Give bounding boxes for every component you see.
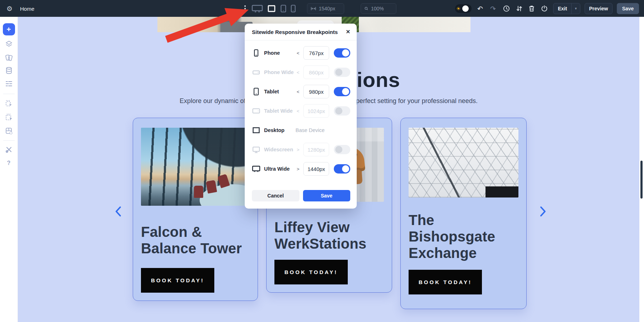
phone-wide-icon — [252, 68, 261, 77]
location-card[interactable]: The Bishopsgate Exchange BOOK TODAY! — [400, 118, 527, 309]
card-image-atrium — [409, 128, 518, 197]
database-icon[interactable] — [5, 67, 13, 74]
zoom-input[interactable] — [371, 6, 392, 11]
phone-wide-toggle[interactable] — [334, 68, 350, 77]
phone-icon — [291, 4, 296, 13]
widescreen-icon — [251, 4, 263, 13]
breakpoint-value-input[interactable] — [303, 143, 329, 156]
select-element-icon[interactable] — [5, 99, 13, 107]
dark-corner-shape — [486, 186, 518, 197]
sidebar-divider — [3, 140, 15, 141]
close-icon[interactable]: ✕ — [346, 29, 350, 35]
modal-footer: Cancel Save — [245, 190, 357, 209]
phone-view-button[interactable] — [291, 4, 296, 13]
book-today-button[interactable]: BOOK TODAY! — [274, 260, 348, 284]
preview-button[interactable]: Preview — [585, 3, 613, 14]
chevron-right-icon — [537, 204, 548, 219]
select-section-icon[interactable] — [5, 113, 13, 121]
breakpoint-row-phone: Phone < — [252, 43, 350, 63]
breakpoint-value-input[interactable] — [303, 162, 329, 176]
ultra-wide-icon — [252, 165, 261, 173]
save-label: Save — [622, 6, 634, 11]
exit-label: Exit — [553, 6, 571, 11]
power-icon[interactable] — [541, 5, 548, 12]
breakpoint-row-tablet: Tablet < — [252, 82, 350, 101]
settings-gear-icon[interactable]: ⚙ — [6, 4, 13, 13]
modal-title: Sitewide Responsive Breakpoints — [252, 29, 338, 35]
zoom-field[interactable] — [361, 3, 396, 14]
tablet-icon — [252, 87, 261, 96]
breakpoint-row-desktop: Desktop Base Device — [252, 121, 350, 140]
undo-icon[interactable]: ↶ — [477, 4, 483, 13]
help-question-icon[interactable]: ? — [7, 160, 11, 166]
card-title: The Bishopsgate Exchange — [409, 212, 518, 261]
sun-icon: ☀ — [456, 6, 461, 11]
preview-label: Preview — [589, 6, 608, 11]
breakpoint-value-input[interactable] — [303, 65, 329, 79]
exit-button[interactable]: Exit ▼ — [553, 3, 580, 14]
chair-shape — [194, 186, 203, 198]
sort-arrows-icon[interactable] — [516, 5, 522, 12]
history-clock-icon[interactable] — [503, 5, 510, 12]
desktop-icon — [252, 126, 261, 135]
exit-caret-icon[interactable]: ▼ — [571, 3, 580, 14]
canvas-width-field[interactable] — [307, 3, 344, 14]
breakpoint-value-input[interactable] — [303, 46, 329, 60]
breakpoint-row-ultra-wide: Ultra Wide > — [252, 159, 350, 179]
save-button[interactable]: Save — [617, 3, 639, 14]
kebab-menu-icon[interactable] — [243, 4, 247, 13]
desktop-icon — [267, 4, 276, 13]
tablet-view-button[interactable] — [280, 4, 287, 13]
card-title: Falcon & Balance Tower — [141, 224, 250, 257]
list-menu-icon[interactable] — [5, 80, 13, 88]
card-image-tower — [141, 128, 250, 206]
add-plus-button[interactable]: + — [3, 23, 15, 35]
tools-wrench-icon[interactable] — [5, 146, 13, 153]
carousel-next-button[interactable] — [537, 204, 548, 219]
breakpoints-modal: Sitewide Responsive Breakpoints ✕ Phone … — [245, 24, 357, 209]
width-arrows-icon — [311, 6, 316, 11]
book-today-button[interactable]: BOOK TODAY! — [141, 268, 214, 293]
ultra-wide-toggle[interactable] — [334, 164, 350, 174]
page-name: Home — [20, 5, 34, 11]
modal-save-button[interactable]: Save — [303, 190, 351, 201]
book-today-button[interactable]: BOOK TODAY! — [409, 270, 482, 294]
widescreen-icon — [252, 145, 261, 154]
toggle-knob — [462, 5, 469, 12]
modal-header: Sitewide Responsive Breakpoints ✕ — [245, 24, 357, 40]
layers-icon[interactable] — [5, 40, 13, 48]
tablet-wide-icon — [252, 107, 261, 115]
widescreen-toggle[interactable] — [334, 145, 350, 154]
editor-sidebar: + ? — [0, 17, 18, 322]
chair-shape — [206, 180, 217, 194]
breakpoint-value-input[interactable] — [303, 104, 329, 118]
breakpoint-value-input[interactable] — [303, 85, 329, 98]
editor-topbar: ⚙ Home — [0, 0, 644, 17]
chevron-left-icon — [113, 204, 124, 219]
tablet-icon — [280, 4, 287, 13]
breakpoint-row-tablet-wide: Tablet Wide < — [252, 101, 350, 121]
width-input[interactable] — [319, 6, 340, 11]
redo-icon[interactable]: ↷ — [490, 4, 496, 13]
tablet-wide-toggle[interactable] — [334, 106, 350, 116]
tablet-toggle[interactable] — [334, 87, 350, 96]
phone-toggle[interactable] — [334, 48, 350, 58]
design-palette-icon[interactable] — [5, 54, 13, 62]
phone-icon — [252, 49, 261, 57]
theme-toggle[interactable]: ☀ — [455, 4, 472, 13]
layout-settings-icon[interactable] — [5, 127, 13, 135]
location-card[interactable]: Falcon & Balance Tower BOOK TODAY! — [133, 118, 258, 301]
base-device-label: Base Device — [296, 127, 350, 133]
card-title: Liffey View WerkStations — [274, 219, 384, 252]
magnifier-icon — [365, 6, 368, 11]
widescreen-view-button[interactable] — [251, 4, 263, 13]
cancel-button[interactable]: Cancel — [252, 190, 299, 201]
carousel-prev-button[interactable] — [113, 204, 124, 219]
breakpoint-row-phone-wide: Phone Wide < — [252, 63, 350, 82]
desktop-view-button[interactable] — [267, 4, 276, 13]
editor-window: ⚙ Home — [0, 0, 644, 322]
scrollbar-track — [639, 17, 644, 322]
scrollbar-thumb[interactable] — [640, 161, 643, 199]
breakpoint-row-widescreen: Widescreen > — [252, 140, 350, 159]
trash-icon[interactable] — [528, 5, 535, 12]
